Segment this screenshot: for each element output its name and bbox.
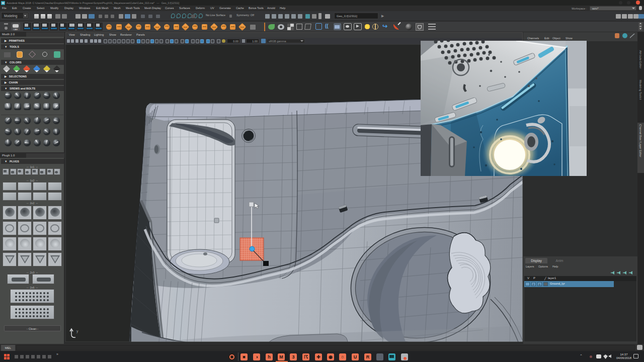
- svg-text:y: y: [76, 329, 78, 333]
